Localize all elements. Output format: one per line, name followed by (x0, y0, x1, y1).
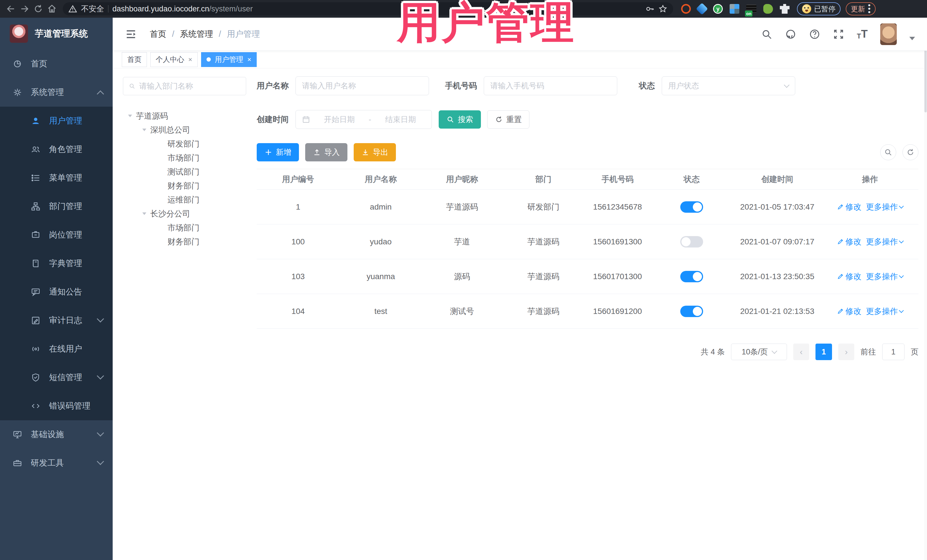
status-toggle[interactable] (680, 271, 703, 282)
dept-search-input[interactable] (139, 82, 240, 91)
tree-caret-icon[interactable] (128, 115, 132, 117)
browser-reload-icon[interactable] (31, 2, 45, 16)
font-size-icon[interactable]: TT (857, 28, 868, 40)
mobile-input[interactable] (490, 82, 611, 90)
help-icon[interactable] (809, 29, 820, 40)
goto-page-input[interactable] (882, 344, 904, 360)
tree-node-label: 市场部门 (167, 153, 199, 163)
import-button[interactable]: 导入 (305, 143, 347, 161)
tree-node-label: 研发部门 (167, 138, 199, 149)
tab-close-icon[interactable]: × (188, 56, 192, 64)
goto-label: 前往 (860, 347, 876, 357)
github-icon[interactable] (785, 29, 796, 40)
tree-node[interactable]: 市场部门 (123, 151, 246, 165)
sidebar-item-post-management[interactable]: 岗位管理 (0, 221, 112, 249)
sidebar-item-role-management[interactable]: 角色管理 (0, 135, 112, 164)
tree-node[interactable]: 运维部门 (123, 193, 246, 207)
tab-profile[interactable]: 个人中心 × (150, 52, 198, 67)
tree-node[interactable]: 研发部门 (123, 137, 246, 151)
search-button[interactable]: 搜索 (439, 110, 481, 129)
sidebar-item-notice[interactable]: 通知公告 (0, 278, 112, 306)
page-scrollbar[interactable] (924, 18, 927, 560)
tree-node[interactable]: 市场部门 (123, 221, 246, 235)
status-toggle[interactable] (680, 201, 703, 213)
edit-link[interactable]: 修改 (837, 237, 862, 247)
tree-node[interactable]: 长沙分公司 (123, 207, 246, 221)
tree-node[interactable]: 测试部门 (123, 165, 246, 179)
header-search-icon[interactable] (761, 29, 772, 40)
export-button[interactable]: 导出 (354, 143, 396, 161)
add-button-label: 新增 (276, 147, 291, 157)
toggle-search-button[interactable] (880, 144, 896, 160)
sidebar-item-infrastructure[interactable]: 基础设施 (0, 420, 112, 449)
sidebar-item-user-management[interactable]: 用户管理 (0, 107, 112, 135)
more-actions-link[interactable]: 更多操作 (866, 202, 903, 212)
extension-gem-icon[interactable] (696, 3, 708, 15)
sidebar-item-system-management[interactable]: 系统管理 (0, 78, 112, 107)
tree-node[interactable]: 芋道源码 (123, 109, 246, 123)
extensions-puzzle-icon[interactable] (780, 4, 790, 14)
more-actions-link[interactable]: 更多操作 (866, 237, 903, 247)
breadcrumb-home[interactable]: 首页 (150, 29, 166, 40)
extension-leaf-icon[interactable] (763, 4, 773, 14)
refresh-table-button[interactable] (903, 144, 918, 160)
extension-grid-icon[interactable] (729, 4, 739, 14)
more-actions-link[interactable]: 更多操作 (866, 306, 903, 317)
extensions-row: y on (681, 4, 790, 14)
address-bar[interactable]: 不安全 dashboard.yudao.iocoder.cn/system/us… (63, 2, 673, 15)
overlay-annotation-title: 用户管理 (397, 0, 575, 52)
browser-profile-button[interactable]: 已暂停 (797, 2, 840, 15)
sidebar-item-sms-management[interactable]: 短信管理 (0, 363, 112, 392)
status-select[interactable]: 用户状态 (662, 76, 795, 95)
sidebar-item-dict-management[interactable]: 字典管理 (0, 249, 112, 278)
sidebar-item-dept-management[interactable]: 部门管理 (0, 192, 112, 221)
extension-ubuntu-icon[interactable] (681, 4, 691, 14)
browser-back-icon[interactable] (4, 2, 18, 16)
tree-caret-icon[interactable] (142, 129, 146, 131)
sidebar-item-audit-log[interactable]: 审计日志 (0, 306, 112, 335)
edit-link[interactable]: 修改 (837, 271, 862, 282)
page-size-select[interactable]: 10条/页 (731, 344, 787, 360)
sidebar-item-error-code-management[interactable]: 错误码管理 (0, 392, 112, 420)
refresh-icon (495, 115, 503, 123)
extension-green-icon[interactable]: y (713, 4, 723, 14)
sidebar-item-online-users[interactable]: 在线用户 (0, 335, 112, 363)
tree-caret-icon[interactable] (142, 212, 146, 215)
browser-update-button[interactable]: 更新 ••• (846, 2, 876, 15)
edit-link[interactable]: 修改 (837, 202, 862, 212)
extension-list-icon[interactable]: on (746, 5, 757, 13)
breadcrumb-system[interactable]: 系统管理 (180, 29, 213, 40)
browser-forward-icon[interactable] (18, 2, 31, 16)
logo-avatar-image (10, 24, 28, 43)
tree-node-label: 深圳总公司 (150, 124, 190, 135)
sidebar-item-dev-tools[interactable]: 研发工具 (0, 449, 112, 477)
tree-node[interactable]: 财务部门 (123, 235, 246, 249)
next-page-button[interactable]: › (838, 344, 854, 360)
tab-close-icon[interactable]: × (247, 56, 251, 64)
more-actions-link[interactable]: 更多操作 (866, 271, 903, 282)
status-toggle[interactable] (680, 306, 703, 317)
user-avatar[interactable] (880, 23, 897, 45)
add-button[interactable]: 新增 (257, 143, 299, 161)
browser-menu-dots-icon[interactable]: ••• (868, 4, 871, 14)
sidebar-item-menu-management[interactable]: 菜单管理 (0, 164, 112, 192)
bookmark-star-icon[interactable] (658, 4, 667, 14)
status-toggle[interactable] (680, 236, 703, 247)
fullscreen-icon[interactable] (833, 29, 844, 40)
prev-page-button[interactable]: ‹ (793, 344, 809, 360)
current-page-button[interactable]: 1 (816, 344, 832, 360)
sidebar-collapse-icon[interactable] (125, 28, 137, 41)
sidebar-logo[interactable]: 芋道管理系统 (0, 18, 112, 50)
date-range-picker[interactable]: 开始日期 - 结束日期 (295, 110, 432, 129)
avatar-caret-icon[interactable] (909, 37, 915, 40)
reset-button[interactable]: 重置 (487, 110, 529, 129)
tree-node[interactable]: 财务部门 (123, 179, 246, 193)
tab-home[interactable]: 首页 (122, 52, 147, 67)
browser-home-icon[interactable] (45, 2, 59, 16)
tab-user-management[interactable]: 用户管理 × (201, 52, 257, 67)
sidebar-item-home[interactable]: 首页 (0, 50, 112, 78)
edit-link[interactable]: 修改 (837, 306, 862, 317)
password-key-icon[interactable] (645, 4, 654, 14)
username-input[interactable] (302, 82, 422, 90)
tree-node[interactable]: 深圳总公司 (123, 123, 246, 137)
